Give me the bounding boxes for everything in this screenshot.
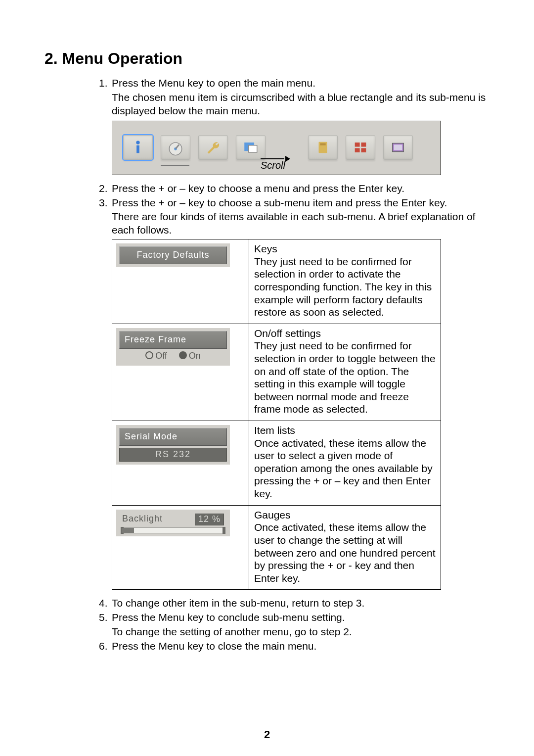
step-subtext: The chosen menu item is circumscribed wi… <box>112 91 490 118</box>
svg-rect-1 <box>136 145 139 153</box>
svg-point-0 <box>136 141 139 144</box>
table-row: Freeze Frame Off On On/off settings They… <box>112 324 441 421</box>
card-icon[interactable] <box>308 135 338 160</box>
svg-rect-12 <box>361 148 366 152</box>
step-text: To change other item in the sub-menu, re… <box>112 597 490 610</box>
step-text: Press the + or – key to choose a sub-men… <box>112 196 490 210</box>
serial-mode-value: RS 232 <box>119 448 227 462</box>
step-number: 4. <box>99 597 112 610</box>
backlight-value: 12 % <box>195 514 224 525</box>
table-row: Factory Defaults Keys They just need to … <box>112 239 441 324</box>
wrench-icon[interactable] <box>198 135 228 160</box>
step-subtext: There are four kinds of items available … <box>112 210 490 237</box>
svg-rect-14 <box>394 144 402 150</box>
item-type-title: Gauges <box>254 509 436 521</box>
item-type-body: They just need to be confirmed for selec… <box>254 255 436 319</box>
section-heading: 2. Menu Operation <box>44 49 490 68</box>
step-number: 5. <box>99 611 112 624</box>
item-type-title: On/off settings <box>254 327 436 340</box>
submenu-items-table: Factory Defaults Keys They just need to … <box>112 239 441 590</box>
scroll-label: Scroll <box>261 160 285 171</box>
radio-off-icon[interactable] <box>145 351 153 359</box>
window-icon[interactable] <box>236 135 266 160</box>
step-text: Press the + or – key to choose a menu an… <box>112 182 490 195</box>
svg-rect-10 <box>361 142 366 147</box>
step-text: Press the Menu key to conclude sub-menu … <box>112 611 490 624</box>
item-type-title: Keys <box>254 242 436 255</box>
gauge-bar[interactable] <box>121 527 225 533</box>
svg-rect-11 <box>355 148 360 152</box>
step-number: 6. <box>99 640 112 653</box>
monitor-icon[interactable] <box>383 135 413 160</box>
backlight-gauge[interactable]: Backlight 12 % <box>116 510 230 536</box>
step-number: 1. <box>99 77 112 90</box>
table-row: Backlight 12 % Gauges Once activated, th… <box>112 505 441 590</box>
item-type-body: They just need to be confirmed for selec… <box>254 339 436 416</box>
item-type-body: Once activated, these items allow the us… <box>254 437 436 500</box>
step-text: Press the Menu key to open the main menu… <box>112 77 490 90</box>
step-text: Press the Menu key to close the main men… <box>112 640 490 653</box>
step-number: 3. <box>99 196 112 210</box>
serial-mode-selector[interactable]: Serial Mode RS 232 <box>116 425 230 465</box>
gauge-icon[interactable] <box>161 135 190 160</box>
factory-defaults-button[interactable]: Factory Defaults <box>116 243 230 267</box>
item-type-body: Once activated, these items allow the us… <box>254 521 436 584</box>
table-row: Serial Mode RS 232 Item lists Once activ… <box>112 421 441 506</box>
svg-rect-6 <box>249 145 257 152</box>
freeze-frame-toggle[interactable]: Freeze Frame Off On <box>116 328 230 366</box>
item-type-title: Item lists <box>254 424 436 437</box>
page-number: 2 <box>0 728 534 741</box>
step-number: 2. <box>99 182 112 195</box>
info-icon[interactable] <box>123 135 153 160</box>
grid-icon[interactable] <box>346 135 375 160</box>
svg-rect-8 <box>320 143 325 145</box>
svg-rect-9 <box>355 142 360 147</box>
radio-on-icon[interactable] <box>179 351 187 359</box>
step-subtext: To change the setting of another menu, g… <box>112 625 490 639</box>
menu-strip-figure: Scroll <box>112 121 441 175</box>
